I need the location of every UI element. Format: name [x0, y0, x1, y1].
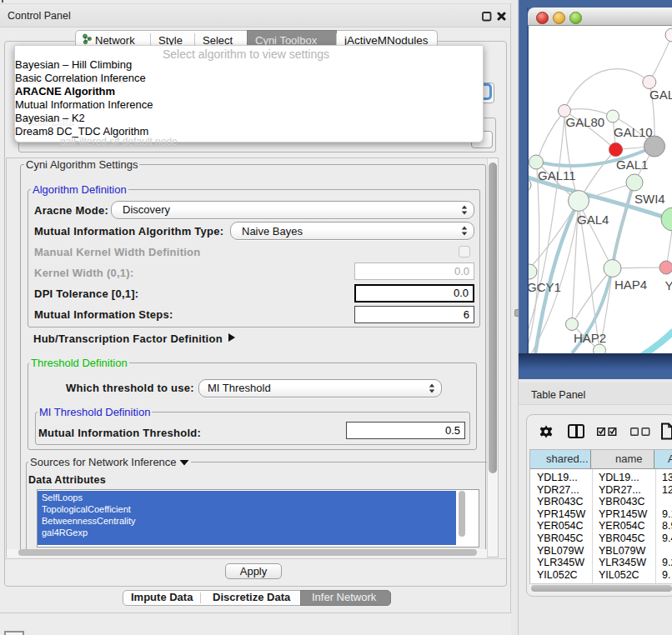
svg-text:HAP2: HAP2	[574, 331, 606, 345]
svg-text:SWI4: SWI4	[634, 192, 665, 206]
svg-text:GAL2: GAL2	[649, 88, 672, 102]
svg-text:GAL1: GAL1	[616, 158, 648, 172]
svg-text:HAP4: HAP4	[614, 278, 647, 292]
svg-text:GCY1: GCY1	[529, 280, 561, 294]
svg-text:GAL11: GAL11	[538, 168, 576, 182]
svg-text:GAL10: GAL10	[614, 125, 653, 139]
svg-text:GAL4: GAL4	[577, 212, 609, 227]
svg-text:GAL80: GAL80	[566, 115, 605, 129]
svg-text:Y: Y	[665, 278, 672, 292]
